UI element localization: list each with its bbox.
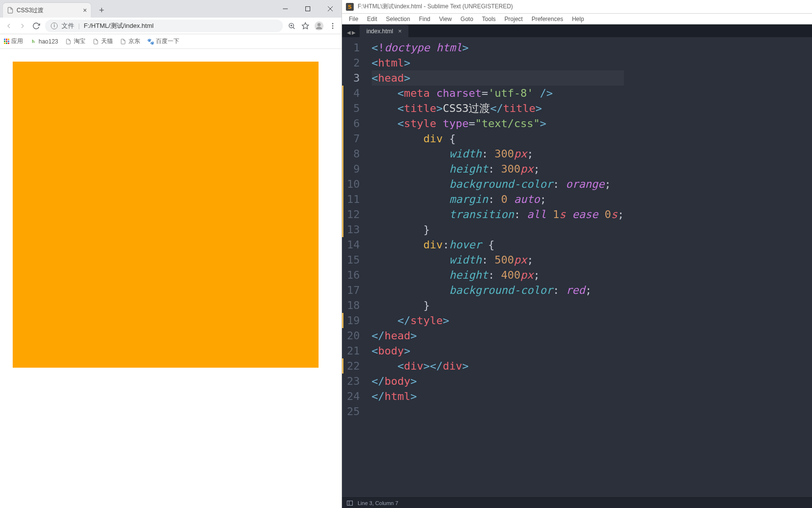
- menu-item[interactable]: Tools: [478, 15, 500, 23]
- bookmark-star-icon[interactable]: [300, 21, 310, 31]
- code-line[interactable]: </html>: [372, 389, 624, 404]
- info-icon[interactable]: i: [51, 22, 58, 29]
- menu-item[interactable]: Project: [501, 15, 527, 23]
- line-number[interactable]: 7: [347, 131, 360, 146]
- code-line[interactable]: <html>: [372, 55, 624, 70]
- menu-item[interactable]: Preferences: [528, 15, 567, 23]
- code-line[interactable]: [372, 404, 624, 419]
- line-number[interactable]: 15: [347, 252, 360, 267]
- file-icon: [120, 38, 127, 45]
- code-line[interactable]: height: 400px;: [372, 267, 624, 283]
- code-line[interactable]: transition: all 1s ease 0s;: [372, 207, 624, 222]
- menu-item[interactable]: Edit: [363, 15, 381, 23]
- line-number[interactable]: 4: [347, 86, 360, 101]
- line-number[interactable]: 6: [347, 116, 360, 131]
- code-line[interactable]: height: 300px;: [372, 161, 624, 177]
- menu-item[interactable]: Help: [568, 15, 588, 23]
- address-bar[interactable]: i 文件 | F:/HTML/测试/index.html: [45, 20, 283, 32]
- close-tab-icon[interactable]: ×: [83, 6, 87, 14]
- line-number[interactable]: 8: [347, 146, 360, 161]
- bookmark-item[interactable]: hhao123: [30, 38, 58, 45]
- line-number[interactable]: 17: [347, 283, 360, 298]
- code-line[interactable]: <!doctype html>: [372, 40, 624, 55]
- code-line[interactable]: background-color: red;: [372, 283, 624, 298]
- line-number[interactable]: 9: [347, 161, 360, 177]
- code-line[interactable]: width: 300px;: [372, 146, 624, 161]
- line-number[interactable]: 14: [347, 237, 360, 252]
- minimize-button[interactable]: [274, 0, 297, 18]
- menu-item[interactable]: Goto: [457, 15, 477, 23]
- menu-item[interactable]: View: [435, 15, 456, 23]
- bookmark-item[interactable]: 应用: [4, 37, 23, 45]
- code-line[interactable]: margin: 0 auto;: [372, 192, 624, 207]
- line-number-gutter[interactable]: 1234567891011121314151617181920212223242…: [342, 37, 367, 497]
- nav-forward-icon[interactable]: ▶: [352, 30, 356, 35]
- close-window-button[interactable]: [319, 0, 342, 18]
- minimap[interactable]: [803, 37, 812, 497]
- line-number[interactable]: 11: [347, 192, 360, 207]
- code-line[interactable]: <body>: [372, 343, 624, 358]
- sublime-menubar: FileEditSelectionFindViewGotoToolsProjec…: [342, 14, 812, 24]
- line-number[interactable]: 10: [347, 177, 360, 192]
- nav-back-icon[interactable]: ◀: [347, 30, 351, 35]
- line-number[interactable]: 21: [347, 343, 360, 358]
- line-number[interactable]: 23: [347, 374, 360, 389]
- new-tab-button[interactable]: +: [95, 3, 108, 17]
- bookmarks-bar: 应用hhao123淘宝天猫京东🐾百度一下: [0, 34, 342, 49]
- line-number[interactable]: 25: [347, 404, 360, 419]
- forward-button[interactable]: [18, 21, 27, 31]
- profile-icon[interactable]: [314, 21, 324, 31]
- menu-icon[interactable]: [328, 21, 338, 31]
- bookmark-label: 京东: [128, 37, 140, 45]
- code-line[interactable]: width: 500px;: [372, 252, 624, 267]
- code-line[interactable]: </style>: [372, 313, 624, 328]
- reload-button[interactable]: [31, 21, 41, 31]
- code-line[interactable]: background-color: orange;: [372, 177, 624, 192]
- code-line[interactable]: }: [372, 298, 624, 313]
- code-line[interactable]: <title>CSS3过渡</title>: [372, 101, 624, 116]
- demo-div[interactable]: [13, 62, 319, 368]
- code-editor[interactable]: 1234567891011121314151617181920212223242…: [342, 37, 812, 497]
- code-line[interactable]: </head>: [372, 328, 624, 343]
- svg-rect-1: [306, 7, 310, 11]
- code-line[interactable]: <meta charset='utf-8' />: [372, 86, 624, 101]
- code-area[interactable]: <!doctype html><html><head> <meta charse…: [367, 37, 629, 497]
- line-number[interactable]: 18: [347, 298, 360, 313]
- code-line[interactable]: <head>: [372, 70, 624, 86]
- code-line[interactable]: <style type="text/css">: [372, 116, 624, 131]
- code-line[interactable]: </body>: [372, 374, 624, 389]
- bookmark-item[interactable]: 淘宝: [65, 37, 85, 45]
- gutter-marker: [342, 207, 343, 222]
- maximize-button[interactable]: [297, 0, 319, 18]
- line-number[interactable]: 16: [347, 267, 360, 283]
- bookmark-item[interactable]: 天猫: [92, 37, 113, 45]
- file-icon: [65, 38, 72, 45]
- menu-item[interactable]: Selection: [382, 15, 414, 23]
- close-tab-icon[interactable]: ×: [398, 27, 402, 35]
- code-line[interactable]: div:hover {: [372, 237, 624, 252]
- editor-tab[interactable]: index.html ×: [360, 25, 408, 37]
- code-line[interactable]: div {: [372, 131, 624, 146]
- menu-item[interactable]: File: [345, 15, 362, 23]
- line-number[interactable]: 1: [347, 40, 360, 55]
- zoom-icon[interactable]: [287, 21, 297, 31]
- line-number[interactable]: 13: [347, 222, 360, 237]
- line-number[interactable]: 3: [347, 70, 360, 86]
- code-line[interactable]: <div></div>: [372, 358, 624, 374]
- back-button[interactable]: [4, 21, 14, 31]
- line-number[interactable]: 24: [347, 389, 360, 404]
- menu-item[interactable]: Find: [415, 15, 434, 23]
- line-number[interactable]: 22: [347, 358, 360, 374]
- bookmark-item[interactable]: 🐾百度一下: [147, 37, 179, 45]
- line-number[interactable]: 20: [347, 328, 360, 343]
- bookmark-label: hao123: [39, 38, 58, 45]
- bookmark-item[interactable]: 京东: [120, 37, 140, 45]
- line-number[interactable]: 5: [347, 101, 360, 116]
- panel-toggle-icon[interactable]: [347, 501, 353, 506]
- code-line[interactable]: }: [372, 222, 624, 237]
- line-number[interactable]: 19: [347, 313, 360, 328]
- file-icon: [7, 7, 14, 14]
- line-number[interactable]: 12: [347, 207, 360, 222]
- browser-tab[interactable]: CSS3过渡 ×: [3, 3, 91, 18]
- line-number[interactable]: 2: [347, 55, 360, 70]
